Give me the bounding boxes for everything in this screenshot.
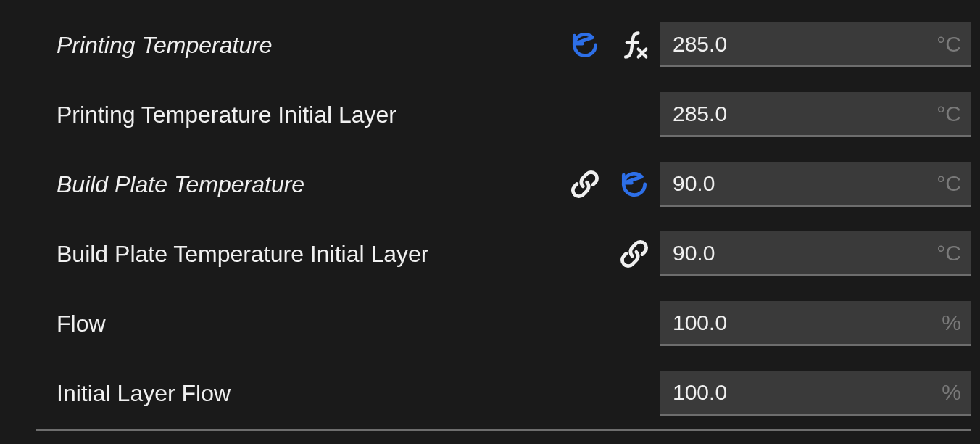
setting-input-container: %	[660, 371, 971, 416]
setting-row-build-plate-temperature: Build Plate Temperature °C	[0, 149, 980, 219]
setting-row-build-plate-temperature-initial-layer: Build Plate Temperature Initial Layer °C	[0, 219, 980, 289]
setting-input-container: °C	[660, 162, 971, 207]
setting-unit: %	[942, 311, 971, 335]
setting-unit: °C	[937, 241, 971, 266]
setting-unit: °C	[937, 171, 971, 196]
reset-icon[interactable]	[568, 28, 602, 62]
setting-row-initial-layer-flow: Initial Layer Flow %	[0, 358, 980, 428]
setting-icons	[513, 28, 660, 62]
link-icon[interactable]	[618, 237, 651, 271]
section-separator	[36, 429, 971, 431]
reset-icon[interactable]	[618, 168, 651, 201]
setting-input[interactable]	[660, 240, 937, 266]
setting-label: Printing Temperature	[0, 32, 513, 59]
setting-input-container: °C	[660, 231, 971, 276]
setting-unit: °C	[937, 32, 971, 57]
setting-label: Flow	[0, 311, 513, 337]
setting-input-container: °C	[660, 22, 971, 67]
setting-label: Initial Layer Flow	[0, 380, 513, 407]
setting-input[interactable]	[660, 379, 942, 406]
setting-row-printing-temperature-initial-layer: Printing Temperature Initial Layer °C	[0, 80, 980, 149]
setting-input-container: %	[660, 301, 971, 346]
setting-label: Build Plate Temperature Initial Layer	[0, 241, 513, 268]
setting-icons	[513, 168, 660, 201]
setting-input[interactable]	[660, 310, 942, 336]
link-icon[interactable]	[568, 168, 602, 201]
setting-input[interactable]	[660, 101, 937, 127]
setting-unit: °C	[937, 102, 971, 126]
setting-row-flow: Flow %	[0, 289, 980, 358]
function-icon[interactable]	[618, 28, 651, 62]
setting-unit: %	[942, 380, 971, 405]
setting-label: Build Plate Temperature	[0, 171, 513, 198]
setting-row-printing-temperature: Printing Temperature °C	[0, 10, 980, 80]
setting-input-container: °C	[660, 92, 971, 137]
setting-icons	[513, 237, 660, 271]
setting-label: Printing Temperature Initial Layer	[0, 102, 513, 128]
setting-input[interactable]	[660, 170, 937, 197]
settings-panel: Printing Temperature °C	[0, 0, 980, 431]
setting-input[interactable]	[660, 31, 937, 57]
